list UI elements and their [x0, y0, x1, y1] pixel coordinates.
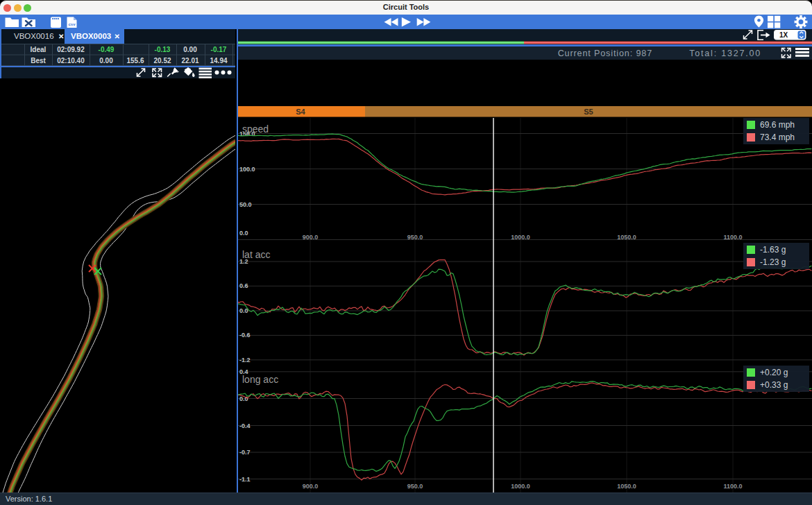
- svg-text:0.00: 0.00: [183, 46, 197, 53]
- svg-text:950.0: 950.0: [407, 483, 423, 490]
- svg-text:900.0: 900.0: [303, 234, 319, 241]
- svg-text:+0.20 g: +0.20 g: [760, 368, 788, 377]
- svg-text:S5: S5: [584, 108, 593, 116]
- svg-text:S4: S4: [296, 108, 305, 116]
- svg-text:-0.6: -0.6: [239, 332, 251, 339]
- svg-text:0.00: 0.00: [99, 57, 113, 65]
- svg-text:-0.13: -0.13: [155, 46, 171, 53]
- svg-text:1000.0: 1000.0: [511, 234, 530, 241]
- svg-text:1050.0: 1050.0: [617, 483, 636, 490]
- svg-text:lat acc: lat acc: [242, 249, 270, 260]
- svg-text:22.01: 22.01: [181, 57, 198, 65]
- svg-text:1100.0: 1100.0: [723, 483, 742, 490]
- svg-text:950.0: 950.0: [407, 234, 423, 241]
- svg-text:speed: speed: [242, 123, 269, 135]
- svg-text:-0.17: -0.17: [211, 46, 227, 53]
- svg-text:1050.0: 1050.0: [617, 234, 636, 241]
- svg-text:1X: 1X: [779, 31, 788, 39]
- svg-text:100.0: 100.0: [239, 166, 255, 173]
- svg-text:50.0: 50.0: [239, 201, 252, 208]
- svg-text:1100.0: 1100.0: [723, 234, 742, 241]
- svg-text:20.52: 20.52: [153, 57, 171, 65]
- svg-text:0.0: 0.0: [239, 230, 248, 237]
- svg-text:-1.2: -1.2: [239, 357, 251, 363]
- svg-text:-1.23 g: -1.23 g: [760, 257, 786, 267]
- svg-text:155.6: 155.6: [126, 57, 144, 65]
- svg-text:csv: csv: [68, 22, 76, 26]
- svg-text:14.94: 14.94: [210, 57, 227, 65]
- svg-text:-1.63 g: -1.63 g: [760, 245, 786, 255]
- svg-text:-0.4: -0.4: [239, 422, 251, 429]
- svg-text:0.6: 0.6: [239, 282, 248, 289]
- svg-text:-0.49: -0.49: [99, 46, 115, 53]
- svg-text:-0.7: -0.7: [239, 449, 251, 456]
- svg-text:02:10.40: 02:10.40: [57, 57, 85, 65]
- svg-text:0.0: 0.0: [239, 307, 248, 314]
- svg-text:long acc: long acc: [242, 374, 278, 385]
- svg-text:69.6 mph: 69.6 mph: [760, 120, 795, 130]
- svg-text:+0.33 g: +0.33 g: [760, 380, 788, 390]
- svg-text:900.0: 900.0: [303, 483, 319, 490]
- svg-text:73.4 mph: 73.4 mph: [760, 132, 795, 142]
- svg-text:Best: Best: [31, 57, 46, 65]
- svg-text:-1.1: -1.1: [239, 476, 251, 483]
- svg-text:Ideal: Ideal: [31, 46, 46, 53]
- svg-text:02:09.92: 02:09.92: [57, 46, 85, 53]
- svg-text:1000.0: 1000.0: [511, 483, 530, 490]
